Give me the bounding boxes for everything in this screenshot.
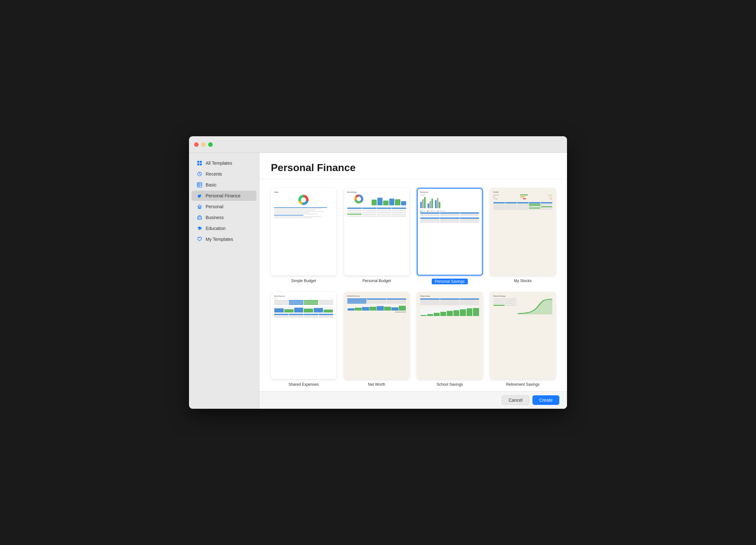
sidebar-item-business-label: Business bbox=[206, 215, 224, 220]
template-card-personal-budget[interactable]: Monthly Budget bbox=[344, 188, 410, 284]
template-thumbnail-personal-savings[interactable]: Monthly Goal Total Saved bbox=[417, 188, 483, 275]
template-label-net-worth: Net Worth bbox=[368, 382, 385, 387]
template-label-my-stocks: My Stocks bbox=[514, 279, 532, 283]
sidebar-item-personal[interactable]: Personal bbox=[192, 201, 256, 212]
svg-rect-2 bbox=[197, 163, 199, 165]
template-card-retirement-savings[interactable]: Retirement Savings bbox=[490, 292, 556, 387]
main-header: Personal Finance bbox=[259, 153, 567, 179]
grid-icon bbox=[197, 160, 202, 166]
template-thumbnail-retirement-savings[interactable]: Retirement Savings bbox=[490, 292, 556, 379]
create-button[interactable]: Create bbox=[532, 395, 559, 405]
template-card-personal-savings[interactable]: Monthly Goal Total Saved bbox=[417, 188, 483, 284]
cancel-button[interactable]: Cancel bbox=[502, 395, 529, 405]
sidebar-item-all-templates-label: All Templates bbox=[206, 161, 232, 166]
template-thumbnail-shared-expenses[interactable]: Shared Expenses Expenses Person 1 Person… bbox=[271, 292, 336, 379]
sidebar-item-basic[interactable]: Basic bbox=[192, 180, 256, 190]
svg-rect-5 bbox=[197, 183, 202, 187]
footer: Cancel Create bbox=[259, 391, 567, 409]
svg-point-10 bbox=[200, 194, 201, 196]
svg-rect-0 bbox=[197, 161, 199, 163]
main-content: Personal Finance Budget bbox=[259, 153, 567, 409]
clock-icon bbox=[197, 171, 202, 177]
sidebar-item-personal-finance-label: Personal Finance bbox=[206, 193, 240, 198]
template-label-retirement-savings: Retirement Savings bbox=[506, 382, 539, 387]
title-bar bbox=[189, 136, 567, 153]
sidebar-item-my-templates[interactable]: My Templates bbox=[192, 234, 256, 244]
table-icon bbox=[197, 182, 202, 188]
template-label-personal-savings: Personal Savings bbox=[432, 279, 468, 284]
sidebar-item-education-label: Education bbox=[206, 226, 225, 231]
template-label-shared-expenses: Shared Expenses bbox=[288, 382, 319, 387]
template-label-personal-budget: Personal Budget bbox=[362, 279, 391, 283]
template-card-simple-budget[interactable]: Budget bbox=[271, 188, 336, 284]
app-window: All Templates Recents Basic Personal Fin… bbox=[189, 136, 567, 409]
sidebar-item-personal-label: Personal bbox=[206, 204, 223, 209]
template-thumbnail-personal-budget[interactable]: Monthly Budget bbox=[344, 188, 410, 275]
traffic-lights bbox=[194, 142, 213, 147]
sidebar-item-all-templates[interactable]: All Templates bbox=[192, 158, 256, 168]
template-thumbnail-net-worth[interactable]: Net Worth: Overview bbox=[344, 292, 410, 379]
svg-point-11 bbox=[200, 195, 200, 195]
sidebar-item-my-templates-label: My Templates bbox=[206, 237, 233, 242]
templates-grid-area[interactable]: Budget bbox=[259, 179, 567, 391]
template-card-my-stocks[interactable]: Portfolio Portfolio Sum $11541.30 Gain bbox=[490, 188, 556, 284]
sidebar-item-recents-label: Recents bbox=[206, 171, 222, 177]
home-icon bbox=[197, 204, 202, 209]
template-thumbnail-simple-budget[interactable]: Budget bbox=[271, 188, 336, 275]
sidebar-item-recents[interactable]: Recents bbox=[192, 169, 256, 179]
template-card-school-savings[interactable]: College Savings bbox=[417, 292, 483, 387]
sidebar: All Templates Recents Basic Personal Fin… bbox=[189, 153, 259, 409]
heart-icon bbox=[197, 236, 202, 242]
svg-rect-15 bbox=[199, 208, 200, 209]
piggy-icon bbox=[197, 193, 202, 199]
briefcase-icon bbox=[197, 215, 202, 220]
sidebar-item-basic-label: Basic bbox=[206, 182, 217, 187]
template-label-simple-budget: Simple Budget bbox=[291, 279, 316, 283]
content-area: All Templates Recents Basic Personal Fin… bbox=[189, 153, 567, 409]
svg-rect-1 bbox=[200, 161, 202, 163]
close-button[interactable] bbox=[194, 142, 199, 147]
maximize-button[interactable] bbox=[208, 142, 213, 147]
template-label-school-savings: School Savings bbox=[437, 382, 463, 387]
page-title: Personal Finance bbox=[271, 162, 555, 174]
template-thumbnail-school-savings[interactable]: College Savings bbox=[417, 292, 483, 379]
templates-grid: Budget bbox=[271, 188, 555, 391]
template-card-shared-expenses[interactable]: Shared Expenses Expenses Person 1 Person… bbox=[271, 292, 336, 387]
template-card-net-worth[interactable]: Net Worth: Overview bbox=[344, 292, 410, 387]
sidebar-item-personal-finance[interactable]: Personal Finance bbox=[192, 191, 256, 201]
minimize-button[interactable] bbox=[201, 142, 206, 147]
template-thumbnail-my-stocks[interactable]: Portfolio Portfolio Sum $11541.30 Gain bbox=[490, 188, 556, 275]
sidebar-item-education[interactable]: Education bbox=[192, 223, 256, 233]
graduation-icon bbox=[197, 225, 202, 231]
sidebar-item-business[interactable]: Business bbox=[192, 212, 256, 223]
svg-rect-3 bbox=[200, 163, 202, 165]
